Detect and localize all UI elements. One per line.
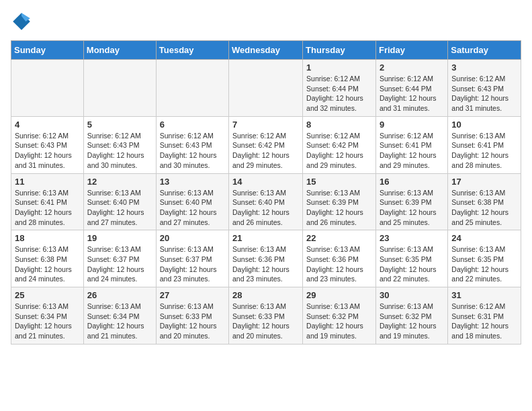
day-info: Sunrise: 6:13 AMSunset: 6:40 PMDaylight:… — [160, 188, 225, 228]
day-number: 3 — [451, 62, 517, 73]
week-row-4: 18Sunrise: 6:13 AMSunset: 6:38 PMDayligh… — [11, 230, 521, 287]
day-cell: 4Sunrise: 6:12 AMSunset: 6:43 PMDaylight… — [11, 116, 84, 173]
day-info: Sunrise: 6:13 AMSunset: 6:41 PMDaylight:… — [451, 131, 517, 171]
day-cell: 19Sunrise: 6:13 AMSunset: 6:37 PMDayligh… — [83, 230, 156, 287]
day-number: 29 — [306, 290, 372, 300]
day-info: Sunrise: 6:13 AMSunset: 6:35 PMDaylight:… — [451, 244, 517, 284]
day-info: Sunrise: 6:13 AMSunset: 6:32 PMDaylight:… — [306, 302, 372, 341]
day-info: Sunrise: 6:12 AMSunset: 6:41 PMDaylight:… — [380, 131, 444, 171]
day-info: Sunrise: 6:12 AMSunset: 6:31 PMDaylight:… — [451, 302, 517, 341]
day-number: 23 — [380, 233, 444, 243]
day-info: Sunrise: 6:12 AMSunset: 6:44 PMDaylight:… — [306, 74, 372, 113]
day-number: 28 — [232, 290, 299, 300]
day-cell: 3Sunrise: 6:12 AMSunset: 6:43 PMDaylight… — [448, 60, 521, 117]
day-cell: 23Sunrise: 6:13 AMSunset: 6:35 PMDayligh… — [375, 230, 447, 287]
week-row-2: 4Sunrise: 6:12 AMSunset: 6:43 PMDaylight… — [11, 116, 521, 173]
day-cell: 11Sunrise: 6:13 AMSunset: 6:41 PMDayligh… — [11, 173, 84, 230]
day-number: 5 — [87, 120, 152, 130]
day-info: Sunrise: 6:13 AMSunset: 6:34 PMDaylight:… — [87, 302, 152, 341]
day-info: Sunrise: 6:13 AMSunset: 6:37 PMDaylight:… — [87, 244, 152, 284]
day-cell: 26Sunrise: 6:13 AMSunset: 6:34 PMDayligh… — [83, 287, 156, 345]
day-cell: 18Sunrise: 6:13 AMSunset: 6:38 PMDayligh… — [11, 230, 84, 287]
header-day-sunday: Sunday — [11, 41, 84, 60]
day-info: Sunrise: 6:13 AMSunset: 6:40 PMDaylight:… — [87, 188, 152, 228]
day-cell: 1Sunrise: 6:12 AMSunset: 6:44 PMDaylight… — [303, 60, 376, 117]
day-number: 13 — [160, 177, 225, 187]
day-number: 16 — [380, 177, 444, 187]
day-number: 6 — [160, 120, 225, 130]
day-number: 25 — [15, 290, 80, 300]
day-cell: 27Sunrise: 6:13 AMSunset: 6:33 PMDayligh… — [156, 287, 228, 345]
day-info: Sunrise: 6:13 AMSunset: 6:34 PMDaylight:… — [15, 302, 80, 341]
day-number: 20 — [160, 233, 225, 243]
day-info: Sunrise: 6:13 AMSunset: 6:32 PMDaylight:… — [380, 302, 444, 341]
day-number: 31 — [451, 290, 517, 300]
day-number: 27 — [160, 290, 225, 300]
header-day-friday: Friday — [375, 41, 447, 60]
day-info: Sunrise: 6:13 AMSunset: 6:40 PMDaylight:… — [232, 188, 299, 228]
day-number: 4 — [15, 120, 80, 130]
day-cell: 10Sunrise: 6:13 AMSunset: 6:41 PMDayligh… — [448, 116, 521, 173]
header-day-tuesday: Tuesday — [156, 41, 228, 60]
day-info: Sunrise: 6:13 AMSunset: 6:37 PMDaylight:… — [160, 244, 225, 284]
header-day-wednesday: Wednesday — [229, 41, 303, 60]
header-day-saturday: Saturday — [448, 41, 521, 60]
day-number: 10 — [451, 120, 517, 130]
day-info: Sunrise: 6:13 AMSunset: 6:36 PMDaylight:… — [232, 244, 299, 284]
day-cell: 2Sunrise: 6:12 AMSunset: 6:44 PMDaylight… — [375, 60, 447, 117]
day-info: Sunrise: 6:12 AMSunset: 6:42 PMDaylight:… — [306, 131, 372, 171]
day-number: 11 — [15, 177, 80, 187]
day-cell: 17Sunrise: 6:13 AMSunset: 6:38 PMDayligh… — [448, 173, 521, 230]
day-cell: 31Sunrise: 6:12 AMSunset: 6:31 PMDayligh… — [448, 287, 521, 345]
day-cell: 6Sunrise: 6:12 AMSunset: 6:43 PMDaylight… — [156, 116, 228, 173]
day-cell: 30Sunrise: 6:13 AMSunset: 6:32 PMDayligh… — [375, 287, 447, 345]
day-number: 21 — [232, 233, 299, 243]
day-info: Sunrise: 6:13 AMSunset: 6:38 PMDaylight:… — [15, 244, 80, 284]
day-info: Sunrise: 6:12 AMSunset: 6:43 PMDaylight:… — [87, 131, 152, 171]
calendar-header: SundayMondayTuesdayWednesdayThursdayFrid… — [11, 41, 521, 60]
day-cell: 15Sunrise: 6:13 AMSunset: 6:39 PMDayligh… — [303, 173, 376, 230]
day-cell: 8Sunrise: 6:12 AMSunset: 6:42 PMDaylight… — [303, 116, 376, 173]
day-cell — [156, 60, 228, 117]
day-info: Sunrise: 6:13 AMSunset: 6:38 PMDaylight:… — [451, 188, 517, 228]
day-cell — [11, 60, 84, 117]
header-day-monday: Monday — [83, 41, 156, 60]
day-number: 7 — [232, 120, 299, 130]
week-row-5: 25Sunrise: 6:13 AMSunset: 6:34 PMDayligh… — [11, 287, 521, 345]
day-number: 14 — [232, 177, 299, 187]
day-number: 12 — [87, 177, 152, 187]
day-info: Sunrise: 6:13 AMSunset: 6:39 PMDaylight:… — [306, 188, 372, 228]
day-number: 22 — [306, 233, 372, 243]
day-cell: 25Sunrise: 6:13 AMSunset: 6:34 PMDayligh… — [11, 287, 84, 345]
day-info: Sunrise: 6:12 AMSunset: 6:44 PMDaylight:… — [380, 74, 444, 113]
day-cell: 9Sunrise: 6:12 AMSunset: 6:41 PMDaylight… — [375, 116, 447, 173]
day-cell: 12Sunrise: 6:13 AMSunset: 6:40 PMDayligh… — [83, 173, 156, 230]
day-info: Sunrise: 6:12 AMSunset: 6:43 PMDaylight:… — [15, 131, 80, 171]
day-info: Sunrise: 6:13 AMSunset: 6:36 PMDaylight:… — [306, 244, 372, 284]
day-number: 9 — [380, 120, 444, 130]
header-row: SundayMondayTuesdayWednesdayThursdayFrid… — [11, 41, 521, 60]
day-number: 26 — [87, 290, 152, 300]
day-number: 2 — [380, 62, 444, 73]
day-info: Sunrise: 6:12 AMSunset: 6:43 PMDaylight:… — [451, 74, 517, 113]
day-cell: 29Sunrise: 6:13 AMSunset: 6:32 PMDayligh… — [303, 287, 376, 345]
logo — [11, 11, 35, 32]
day-number: 15 — [306, 177, 372, 187]
week-row-1: 1Sunrise: 6:12 AMSunset: 6:44 PMDaylight… — [11, 60, 521, 117]
day-info: Sunrise: 6:12 AMSunset: 6:42 PMDaylight:… — [232, 131, 299, 171]
day-cell: 20Sunrise: 6:13 AMSunset: 6:37 PMDayligh… — [156, 230, 228, 287]
header-day-thursday: Thursday — [303, 41, 376, 60]
day-number: 24 — [451, 233, 517, 243]
day-cell — [229, 60, 303, 117]
calendar-table: SundayMondayTuesdayWednesdayThursdayFrid… — [11, 40, 521, 345]
day-info: Sunrise: 6:13 AMSunset: 6:41 PMDaylight:… — [15, 188, 80, 228]
day-cell: 28Sunrise: 6:13 AMSunset: 6:33 PMDayligh… — [229, 287, 303, 345]
day-cell: 16Sunrise: 6:13 AMSunset: 6:39 PMDayligh… — [375, 173, 447, 230]
day-cell: 22Sunrise: 6:13 AMSunset: 6:36 PMDayligh… — [303, 230, 376, 287]
week-row-3: 11Sunrise: 6:13 AMSunset: 6:41 PMDayligh… — [11, 173, 521, 230]
day-cell: 24Sunrise: 6:13 AMSunset: 6:35 PMDayligh… — [448, 230, 521, 287]
day-number: 18 — [15, 233, 80, 243]
day-number: 8 — [306, 120, 372, 130]
day-info: Sunrise: 6:13 AMSunset: 6:35 PMDaylight:… — [380, 244, 444, 284]
page-header — [11, 11, 521, 32]
